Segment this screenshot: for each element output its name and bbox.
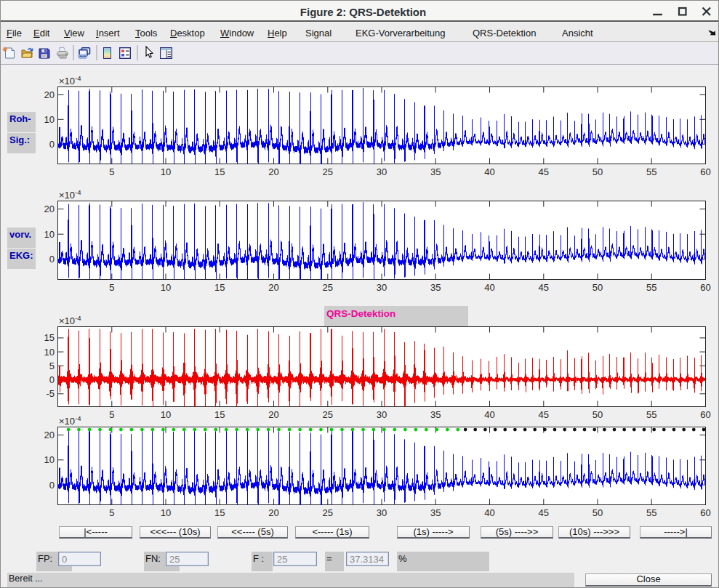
svg-text:20: 20 [268,282,278,293]
svg-text:35: 35 [430,409,441,420]
svg-text:45: 45 [539,409,549,420]
svg-text:30: 30 [377,166,387,177]
svg-text:×10-4: ×10-4 [59,314,81,326]
svg-text:20: 20 [44,204,55,214]
svg-text:-5: -5 [46,388,55,399]
svg-text:15: 15 [44,332,55,343]
svg-text:10: 10 [44,229,55,240]
svg-text:20: 20 [268,166,278,177]
svg-text:60: 60 [700,507,710,518]
svg-text:55: 55 [646,409,656,420]
svg-text:50: 50 [593,282,603,293]
svg-text:40: 40 [484,409,494,420]
svg-text:55: 55 [646,166,656,177]
svg-text:60: 60 [700,282,710,293]
svg-text:5: 5 [109,282,114,293]
svg-text:0: 0 [49,374,55,385]
svg-text:35: 35 [430,166,441,177]
svg-text:10: 10 [161,166,171,177]
svg-text:45: 45 [539,507,549,518]
svg-text:25: 25 [323,166,333,177]
svg-text:25: 25 [323,507,333,518]
svg-text:5: 5 [109,409,114,420]
svg-text:10: 10 [161,282,171,293]
svg-text:20: 20 [268,507,278,518]
svg-text:15: 15 [214,166,225,177]
svg-text:0: 0 [49,254,55,265]
svg-text:0: 0 [49,139,55,150]
svg-text:25: 25 [323,409,333,420]
svg-text:10: 10 [161,507,171,518]
svg-text:5: 5 [109,166,114,177]
svg-text:30: 30 [377,507,387,518]
svg-text:5: 5 [109,507,114,518]
svg-text:35: 35 [430,507,441,518]
svg-text:60: 60 [700,409,710,420]
svg-text:25: 25 [323,282,333,293]
svg-text:5: 5 [49,361,55,371]
svg-text:30: 30 [377,409,387,420]
svg-text:20: 20 [44,430,55,440]
svg-text:60: 60 [700,166,710,177]
svg-text:10: 10 [44,454,55,465]
svg-text:50: 50 [593,166,603,177]
svg-text:×10-4: ×10-4 [59,414,81,427]
svg-text:40: 40 [484,282,494,293]
svg-text:50: 50 [593,409,603,420]
svg-text:15: 15 [214,507,225,518]
svg-text:45: 45 [539,166,549,177]
svg-text:10: 10 [44,114,55,125]
svg-text:×10-4: ×10-4 [59,188,81,201]
svg-text:20: 20 [44,89,55,100]
svg-text:0: 0 [49,480,55,491]
svg-text:40: 40 [484,507,494,518]
svg-text:35: 35 [430,282,441,293]
svg-text:20: 20 [268,409,278,420]
svg-text:45: 45 [539,282,549,293]
svg-text:15: 15 [214,409,225,420]
svg-text:30: 30 [377,282,387,293]
svg-text:10: 10 [161,409,171,420]
svg-text:55: 55 [646,282,656,293]
svg-text:55: 55 [646,507,656,518]
svg-text:50: 50 [593,507,603,518]
svg-text:40: 40 [484,166,494,177]
svg-text:10: 10 [44,347,55,358]
svg-text:15: 15 [214,282,225,293]
svg-text:×10-4: ×10-4 [59,74,81,86]
